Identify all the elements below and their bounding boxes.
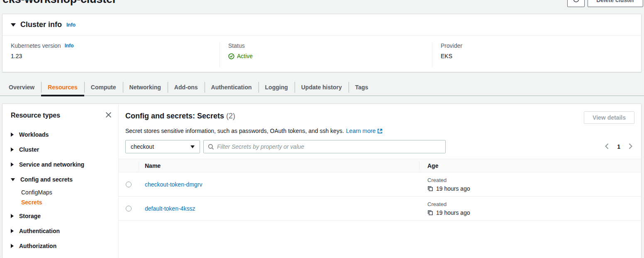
chevron-right-icon	[11, 214, 14, 218]
secrets-table: Name Age checkout-token-dmgrv Created	[119, 159, 641, 221]
close-icon	[105, 112, 112, 119]
name-column-header[interactable]: Name	[139, 162, 419, 169]
refresh-button[interactable]	[567, 0, 585, 7]
cluster-info-info-link[interactable]: Info	[66, 22, 76, 28]
copy-icon[interactable]	[427, 186, 433, 192]
config-and-secrets-children: ConfigMaps Secrets	[11, 187, 112, 209]
sidebar-item-config-and-secrets[interactable]: Config and secrets	[11, 172, 112, 187]
cluster-tabs: Overview Resources Compute Networking Ad…	[0, 79, 644, 96]
provider-value: EKS	[441, 53, 633, 59]
tab-authentication[interactable]: Authentication	[205, 79, 259, 96]
next-page-button[interactable]	[628, 143, 633, 150]
cluster-info-title: Cluster info	[20, 20, 62, 29]
status-text: Active	[237, 53, 253, 59]
kubernetes-version-info-link[interactable]: Info	[65, 43, 74, 49]
header-actions: Delete cluster	[567, 0, 643, 7]
secrets-main-panel: Config and secrets: Secrets (2) View det…	[119, 104, 641, 258]
collapse-caret-icon	[11, 23, 16, 27]
sidebar-item-authentication[interactable]: Authentication	[11, 224, 112, 238]
created-label: Created	[427, 177, 641, 183]
tab-update-history[interactable]: Update history	[295, 79, 349, 96]
status-field: Status Active	[220, 42, 432, 67]
search-input[interactable]	[217, 143, 441, 150]
sidebar-item-configmaps[interactable]: ConfigMaps	[21, 187, 112, 197]
kubernetes-version-value: 1.23	[11, 53, 211, 59]
resource-types-list: Workloads Cluster Service and networking…	[11, 127, 112, 253]
chevron-right-icon	[11, 133, 14, 137]
previous-page-button[interactable]	[605, 143, 609, 150]
status-label: Status	[228, 42, 424, 49]
refresh-icon	[573, 0, 580, 4]
secrets-header-row: Config and secrets: Secrets (2) View det…	[125, 111, 634, 124]
tab-compute[interactable]: Compute	[84, 79, 123, 96]
table-row: default-token-4kssz Created 19 hours	[119, 197, 641, 221]
resource-types-sidebar: Resource types Workloads Cluster	[2, 104, 119, 258]
resource-types-header: Resource types	[11, 112, 112, 119]
tab-logging[interactable]: Logging	[259, 79, 295, 96]
secrets-description: Secret stores sensitive information, suc…	[125, 127, 634, 136]
dropdown-caret-icon	[190, 145, 195, 148]
resource-types-title: Resource types	[11, 112, 60, 119]
row-radio-button[interactable]	[126, 182, 132, 187]
age-value: 19 hours ago	[436, 185, 470, 192]
sidebar-item-workloads[interactable]: Workloads	[11, 127, 112, 142]
table-row: checkout-token-dmgrv Created 19 hours	[119, 172, 641, 197]
created-label: Created	[427, 201, 641, 207]
chevron-left-icon	[605, 143, 609, 150]
chevron-right-icon	[11, 229, 14, 233]
cluster-info-header[interactable]: Cluster info Info	[2, 14, 641, 36]
close-sidebar-button[interactable]	[105, 112, 112, 119]
tab-overview[interactable]: Overview	[2, 79, 41, 96]
age-column-header[interactable]: Age	[419, 162, 641, 169]
sidebar-item-authorization[interactable]: Authorization	[11, 238, 112, 253]
kubernetes-version-field: Kubernetes version Info 1.23	[2, 42, 220, 67]
sidebar-item-cluster[interactable]: Cluster	[11, 142, 112, 157]
secrets-count: (2)	[226, 112, 235, 120]
status-active-icon	[228, 53, 234, 59]
chevron-right-icon	[11, 147, 14, 152]
cluster-info-body: Kubernetes version Info 1.23 Status Acti…	[2, 36, 641, 67]
table-header: Name Age	[119, 159, 641, 172]
copy-icon[interactable]	[427, 210, 433, 216]
age-value: 19 hours ago	[436, 209, 470, 216]
namespace-filter-dropdown[interactable]: checkout	[125, 140, 200, 153]
sidebar-item-storage[interactable]: Storage	[11, 209, 112, 224]
current-page[interactable]: 1	[617, 143, 620, 150]
tab-networking[interactable]: Networking	[123, 79, 168, 96]
search-icon	[208, 144, 214, 150]
page-title: eks-workshop-cluster	[2, 0, 117, 6]
secret-name-link[interactable]: default-token-4kssz	[145, 205, 195, 212]
status-value: Active	[228, 53, 424, 59]
tab-add-ons[interactable]: Add-ons	[168, 79, 205, 96]
filter-row: checkout	[125, 140, 634, 153]
cluster-info-card: Cluster info Info Kubernetes version Inf…	[2, 14, 642, 72]
sidebar-item-service-and-networking[interactable]: Service and networking	[11, 157, 112, 172]
sidebar-item-secrets[interactable]: Secrets	[21, 197, 112, 207]
chevron-right-icon	[11, 244, 14, 248]
delete-cluster-button[interactable]: Delete cluster	[588, 0, 643, 7]
learn-more-link[interactable]: Learn more	[346, 128, 383, 134]
eks-console-page: eks-workshop-cluster Delete cluster Clus…	[0, 0, 644, 258]
external-link-icon	[377, 128, 383, 135]
chevron-right-icon	[628, 143, 633, 150]
tab-resources[interactable]: Resources	[41, 79, 84, 96]
tab-tags[interactable]: Tags	[349, 79, 375, 96]
search-box	[203, 140, 446, 153]
provider-label: Provider	[441, 42, 633, 49]
view-details-button[interactable]: View details	[584, 111, 634, 124]
kubernetes-version-label: Kubernetes version Info	[11, 42, 211, 49]
secrets-title: Config and secrets: Secrets (2)	[125, 111, 235, 120]
secret-name-link[interactable]: checkout-token-dmgrv	[145, 181, 202, 188]
chevron-right-icon	[11, 162, 14, 167]
chevron-down-icon	[11, 178, 15, 181]
provider-field: Provider EKS	[432, 42, 641, 67]
dropdown-selected-value: checkout	[131, 143, 154, 150]
row-radio-button[interactable]	[126, 206, 132, 211]
pagination: 1	[605, 143, 634, 150]
resources-panel: Resource types Workloads Cluster	[2, 103, 642, 258]
